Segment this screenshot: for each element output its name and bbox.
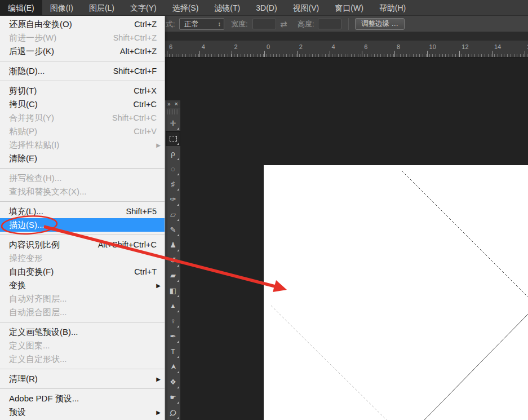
type-tool[interactable]: T bbox=[166, 344, 180, 359]
menu-item-shortcut: Alt+Ctrl+Z bbox=[120, 47, 157, 56]
path-selection-tool[interactable]: ➤ bbox=[166, 359, 180, 374]
menu-item[interactable]: 后退一步(K)Alt+Ctrl+Z bbox=[0, 45, 165, 58]
dodge-tool[interactable]: ♀ bbox=[166, 313, 180, 329]
height-input[interactable] bbox=[318, 19, 341, 29]
close-panel-icon[interactable]: × bbox=[175, 100, 178, 108]
menu-item[interactable]: 描边(S)... bbox=[0, 218, 165, 232]
menu-separator bbox=[0, 61, 165, 61]
menu-item[interactable]: 操控变形 bbox=[0, 251, 165, 265]
blend-mode-select[interactable]: 正常 ↕ bbox=[179, 18, 224, 30]
menubar-item[interactable]: 文字(Y) bbox=[122, 0, 165, 15]
submenu-arrow-icon: ▶ bbox=[156, 282, 161, 289]
healing-brush-tool[interactable]: ▱ bbox=[166, 207, 180, 222]
brush-tool[interactable]: ✎ bbox=[166, 222, 180, 237]
menu-item-shortcut: Shift+Ctrl+F bbox=[113, 67, 157, 76]
menu-item-label: 定义图案... bbox=[9, 341, 50, 351]
width-label: 宽度: bbox=[231, 16, 248, 32]
tools-list: ✛ρ◌♯✑▱✎♟↺▰◧▲♀✒T➤❖☛Ϙ bbox=[166, 116, 180, 420]
blur-tool-icon: ▲ bbox=[170, 303, 176, 309]
paint-bucket-tool[interactable]: ◧ bbox=[166, 283, 180, 298]
ruler-major-tick bbox=[264, 51, 265, 57]
menubar-item[interactable]: 图层(L) bbox=[81, 0, 122, 15]
blur-tool[interactable]: ▲ bbox=[166, 298, 180, 313]
menu-item[interactable]: 自由变换(F)Ctrl+T bbox=[0, 265, 165, 278]
ruler-major-tick bbox=[330, 51, 330, 57]
panel-grip[interactable] bbox=[167, 109, 179, 114]
menu-item-label: 填充(L)... bbox=[9, 206, 43, 217]
clone-stamp-tool[interactable]: ♟ bbox=[166, 237, 180, 253]
width-input[interactable] bbox=[252, 19, 276, 29]
lasso-tool-icon: ρ bbox=[171, 150, 175, 157]
options-separator bbox=[348, 18, 349, 30]
menu-item[interactable]: 定义自定形状... bbox=[0, 352, 165, 366]
ruler-tick-label: 4 bbox=[332, 43, 335, 50]
menu-item[interactable]: 自动混合图层... bbox=[0, 306, 165, 319]
menu-item-label: 渐隐(D)... bbox=[9, 66, 45, 77]
ruler-tick-label: 4 bbox=[202, 43, 205, 50]
menu-separator bbox=[0, 388, 165, 389]
menu-item-shortcut: Ctrl+T bbox=[134, 267, 157, 276]
menubar-item[interactable]: 编辑(E) bbox=[0, 0, 42, 15]
menu-separator bbox=[0, 168, 165, 169]
menu-item[interactable]: Adobe PDF 预设... bbox=[0, 392, 165, 405]
menu-item-label: Adobe PDF 预设... bbox=[9, 394, 79, 404]
menu-item[interactable]: 清除(E) bbox=[0, 152, 165, 165]
swap-dimensions-icon[interactable]: ⇄ bbox=[280, 16, 287, 32]
menu-item[interactable]: 内容识别比例Alt+Shift+Ctrl+C bbox=[0, 238, 165, 251]
menu-separator bbox=[0, 322, 165, 322]
menu-item-label: 剪切(T) bbox=[9, 86, 37, 96]
menu-item[interactable]: 前进一步(W)Shift+Ctrl+Z bbox=[0, 31, 165, 45]
mode-label: 式: bbox=[166, 16, 175, 32]
pen-tool[interactable]: ✒ bbox=[166, 329, 180, 344]
lasso-tool[interactable]: ρ bbox=[166, 146, 180, 161]
menu-item[interactable]: 拷贝(C)Ctrl+C bbox=[0, 98, 165, 111]
ruler-major-tick bbox=[394, 51, 395, 57]
menubar-item[interactable]: 图像(I) bbox=[42, 0, 81, 15]
menu-item[interactable]: 拼写检查(H)... bbox=[0, 171, 165, 185]
menubar-item[interactable]: 帮助(H) bbox=[371, 0, 414, 15]
menu-item[interactable]: 粘贴(P)Ctrl+V bbox=[0, 125, 165, 138]
menu-item[interactable]: 选择性粘贴(I)▶ bbox=[0, 138, 165, 152]
custom-shape-tool[interactable]: ❖ bbox=[166, 374, 180, 390]
menu-separator bbox=[0, 81, 165, 81]
collapse-panel-icon[interactable]: » bbox=[167, 100, 171, 108]
zoom-tool[interactable]: Ϙ bbox=[166, 405, 180, 420]
menu-item[interactable]: 查找和替换文本(X)... bbox=[0, 185, 165, 198]
menu-item[interactable]: 变换▶ bbox=[0, 278, 165, 292]
path-selection-tool-icon: ➤ bbox=[170, 364, 177, 370]
menubar-item[interactable]: 选择(S) bbox=[165, 0, 207, 15]
menu-item[interactable]: 合并拷贝(Y)Shift+Ctrl+C bbox=[0, 111, 165, 125]
menu-item-label: 选择性粘贴(I) bbox=[9, 140, 59, 151]
move-tool[interactable]: ✛ bbox=[166, 116, 180, 131]
brush-tool-icon: ✎ bbox=[170, 226, 176, 233]
ruler-tick-label: 0 bbox=[267, 43, 270, 50]
menubar-item[interactable]: 3D(D) bbox=[248, 0, 285, 15]
dodge-tool-icon: ♀ bbox=[170, 317, 176, 325]
menu-item[interactable]: 剪切(T)Ctrl+X bbox=[0, 84, 165, 98]
menu-item[interactable]: 清理(R)▶ bbox=[0, 372, 165, 386]
menu-item[interactable]: 定义画笔预设(B)... bbox=[0, 325, 165, 339]
hand-tool[interactable]: ☛ bbox=[166, 390, 180, 405]
menu-item[interactable]: 填充(L)...Shift+F5 bbox=[0, 205, 165, 218]
menu-item[interactable]: 自动对齐图层... bbox=[0, 292, 165, 306]
rectangular-marquee-tool[interactable] bbox=[166, 131, 180, 146]
history-brush-tool[interactable]: ↺ bbox=[166, 253, 180, 268]
crop-tool[interactable]: ♯ bbox=[166, 176, 180, 192]
menu-item[interactable]: 还原自由变换(O)Ctrl+Z bbox=[0, 17, 165, 31]
document-canvas[interactable] bbox=[264, 165, 528, 420]
menu-item-label: 内容识别比例 bbox=[9, 240, 60, 250]
menu-item[interactable]: 定义图案... bbox=[0, 339, 165, 352]
menubar-item[interactable]: 视图(V) bbox=[285, 0, 327, 15]
menubar-item[interactable]: 滤镜(T) bbox=[206, 0, 248, 15]
type-tool-icon: T bbox=[171, 348, 175, 355]
eyedropper-tool[interactable]: ✑ bbox=[166, 192, 180, 207]
menu-item[interactable]: 渐隐(D)...Shift+Ctrl+F bbox=[0, 64, 165, 78]
ruler-major-tick bbox=[167, 51, 167, 57]
menu-item-label: 拼写检查(H)... bbox=[9, 173, 61, 184]
menu-item[interactable]: 预设▶ bbox=[0, 405, 165, 419]
menu-item-shortcut: Shift+Ctrl+Z bbox=[113, 33, 157, 42]
quick-selection-tool[interactable]: ◌ bbox=[166, 161, 180, 176]
menubar-item[interactable]: 窗口(W) bbox=[327, 0, 371, 15]
eraser-tool[interactable]: ▰ bbox=[166, 268, 180, 283]
refine-edge-button[interactable]: 调整边缘 … bbox=[355, 18, 405, 30]
